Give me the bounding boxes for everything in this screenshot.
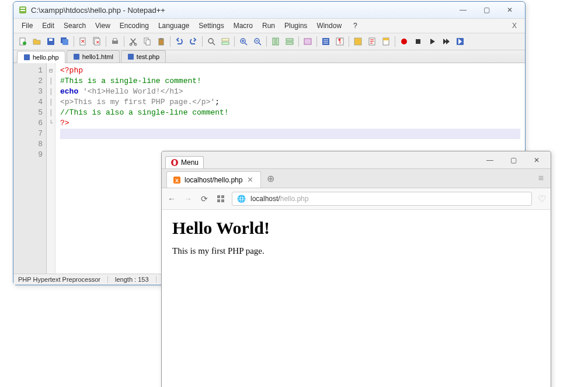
svg-rect-24: [222, 42, 229, 44]
zoom-out-icon[interactable]: [251, 35, 264, 48]
replace-icon[interactable]: [219, 35, 232, 48]
sync-h-icon[interactable]: [283, 35, 296, 48]
close-all-icon[interactable]: ✕: [91, 35, 103, 48]
record-icon[interactable]: [398, 35, 410, 48]
save-all-icon[interactable]: [58, 35, 71, 48]
play-multi-icon[interactable]: [440, 35, 453, 48]
close-file-icon[interactable]: ✕: [76, 35, 89, 48]
redo-icon[interactable]: [187, 35, 200, 48]
svg-rect-30: [286, 42, 293, 44]
menu-macro[interactable]: Macro: [229, 20, 258, 32]
svg-rect-49: [217, 195, 220, 198]
doc-icon[interactable]: [366, 35, 378, 48]
svg-rect-2: [20, 10, 25, 11]
menu-window[interactable]: Window: [312, 20, 346, 32]
svg-rect-15: [113, 39, 117, 41]
notepad-app-icon: [18, 5, 27, 15]
browser-window: Menu ― ▢ ✕ X localhost/hello.php ✕ ⊕ ≡ ←…: [161, 151, 551, 387]
tab-hello1-html[interactable]: hello1.html: [67, 50, 120, 63]
reload-button[interactable]: ⟳: [199, 194, 210, 204]
wrap-icon[interactable]: [301, 35, 314, 48]
window-controls: ― ▢ ✕: [453, 5, 520, 15]
globe-icon: 🌐: [237, 195, 246, 203]
toolbar-sep: [106, 36, 106, 47]
menu-settings[interactable]: Settings: [194, 20, 228, 32]
svg-rect-19: [146, 40, 150, 45]
svg-rect-40: [416, 39, 420, 44]
paste-icon[interactable]: [155, 35, 168, 48]
maximize-button[interactable]: ▢: [478, 5, 495, 15]
menu-run[interactable]: Run: [258, 20, 280, 32]
save-icon[interactable]: [44, 35, 57, 48]
toolbar-sep: [395, 36, 395, 47]
save-macro-icon[interactable]: [454, 35, 467, 48]
new-tab-button[interactable]: ⊕: [261, 173, 280, 184]
back-button[interactable]: ←: [166, 194, 177, 204]
menu-label: Menu: [181, 158, 199, 167]
notepad-titlebar[interactable]: C:\xampp\htdocs\hello.php - Notepad++ ― …: [13, 2, 525, 19]
tab-test-php[interactable]: test.php: [121, 50, 166, 63]
forward-button[interactable]: →: [183, 194, 193, 204]
menu-edit[interactable]: Edit: [37, 20, 59, 32]
browser-tab[interactable]: X localhost/hello.php ✕: [166, 171, 261, 188]
menu-view[interactable]: View: [91, 20, 115, 32]
url-path: hello.php: [280, 195, 309, 203]
svg-rect-29: [286, 39, 293, 41]
find-icon[interactable]: [205, 35, 218, 48]
copy-icon[interactable]: [141, 35, 154, 48]
svg-rect-31: [304, 39, 311, 44]
svg-text:¶: ¶: [338, 38, 341, 44]
maximize-button[interactable]: ▢: [505, 156, 521, 165]
fold-icon[interactable]: [352, 35, 364, 48]
menubar-close[interactable]: X: [507, 20, 521, 32]
sync-v-icon[interactable]: [269, 35, 282, 48]
new-file-icon[interactable]: [16, 35, 29, 48]
play-icon[interactable]: [426, 35, 439, 48]
page-paragraph: This is my first PHP page.: [172, 246, 540, 256]
menu-file[interactable]: File: [17, 20, 37, 32]
browser-titlebar[interactable]: Menu ― ▢ ✕: [162, 151, 551, 169]
menu-encoding[interactable]: Encoding: [115, 20, 154, 32]
svg-text:X: X: [175, 178, 179, 184]
indent-guide-icon[interactable]: [319, 35, 332, 48]
toolbar-sep: [170, 36, 171, 47]
ws-icon[interactable]: ¶: [333, 35, 346, 48]
opera-menu-button[interactable]: Menu: [165, 156, 204, 168]
fold-column[interactable]: ⊟││││└: [47, 63, 55, 274]
zoom-in-icon[interactable]: [237, 35, 250, 48]
status-length: length : 153: [115, 276, 156, 283]
toolbar-sep: [266, 36, 267, 47]
menu-help[interactable]: ?: [349, 20, 362, 32]
minimize-button[interactable]: ―: [482, 156, 498, 165]
cut-icon[interactable]: [127, 35, 140, 48]
close-button[interactable]: ✕: [528, 156, 545, 165]
minimize-button[interactable]: ―: [455, 5, 471, 15]
svg-rect-51: [217, 199, 220, 202]
menu-language[interactable]: Language: [154, 20, 194, 32]
panel-icon[interactable]: ≡: [536, 173, 546, 184]
svg-text:✕: ✕: [81, 39, 85, 44]
svg-point-22: [208, 39, 213, 43]
toolbar: ✕ ✕ ¶: [13, 33, 525, 50]
svg-point-46: [173, 160, 176, 165]
func-list-icon[interactable]: [380, 35, 392, 48]
svg-rect-50: [221, 195, 224, 198]
tab-close-icon[interactable]: ✕: [246, 175, 255, 184]
bookmark-icon[interactable]: ♡: [538, 194, 546, 205]
status-lang: PHP Hypertext Preprocessor: [18, 276, 108, 283]
menu-plugins[interactable]: Plugins: [280, 20, 312, 32]
print-icon[interactable]: [109, 35, 121, 48]
undo-icon[interactable]: [173, 35, 186, 48]
tab-label: test.php: [137, 53, 159, 60]
stop-record-icon[interactable]: [412, 35, 425, 48]
url-input[interactable]: 🌐 localhost/hello.php: [232, 192, 532, 206]
open-file-icon[interactable]: [30, 35, 43, 48]
svg-rect-52: [221, 199, 224, 202]
svg-rect-38: [383, 38, 389, 40]
menu-search[interactable]: Search: [59, 20, 91, 32]
page-heading: Hello World!: [172, 218, 540, 238]
tab-hello-php[interactable]: hello.php: [17, 51, 65, 63]
toolbar-sep: [316, 36, 317, 47]
close-button[interactable]: ✕: [502, 5, 518, 15]
speed-dial-icon[interactable]: [215, 194, 226, 204]
